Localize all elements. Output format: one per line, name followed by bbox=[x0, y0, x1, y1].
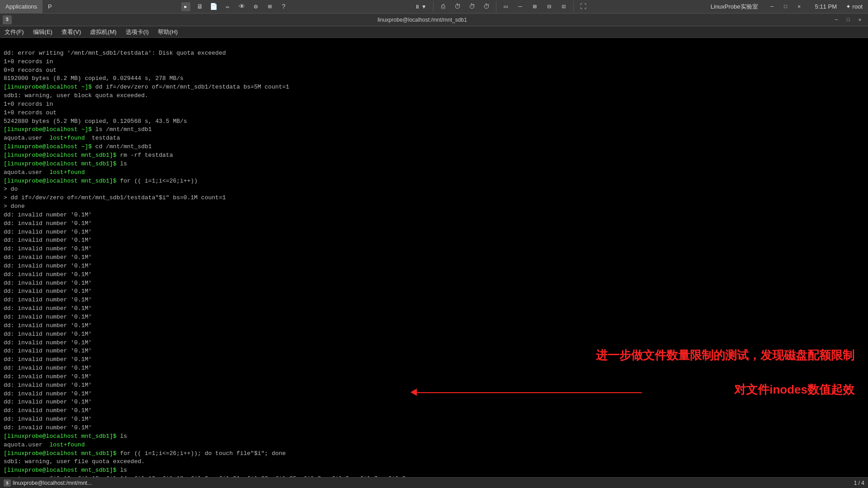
toolbar-center: ⏸ ▼ ⎙ ⏱ ⏱ ⏱ ▭ ─ ⊞ ⊟ ⊡ ⛶ bbox=[411, 0, 590, 14]
menu-vm[interactable]: 虚拟机(M) bbox=[85, 26, 121, 38]
screen-icon-2[interactable]: ─ bbox=[514, 0, 527, 13]
page-indicator: 1 / 4 bbox=[854, 480, 864, 486]
file-icon[interactable]: 📄 bbox=[208, 0, 220, 13]
titlebar-restore[interactable]: □ bbox=[843, 14, 854, 25]
system-top-bar: Applications P ▶ 🖥 📄 ✏ 👁 ⚙ ⊞ ? ⏸ ▼ ⎙ ⏱ ⏱… bbox=[0, 0, 868, 14]
screen-icon-1[interactable]: ▭ bbox=[500, 0, 512, 13]
experiment-label: LinuxProbe实验室 bbox=[711, 3, 758, 11]
tab-icon[interactable]: ⊞ bbox=[264, 0, 276, 13]
menu-file[interactable]: 文件(F) bbox=[0, 26, 28, 38]
fullscreen-icon[interactable]: ⛶ bbox=[577, 0, 590, 13]
annotation-arrow-line bbox=[416, 392, 642, 393]
titlebar-right: ─ □ ✕ bbox=[831, 14, 865, 25]
restore-button[interactable]: □ bbox=[781, 2, 791, 12]
terminal-status-icon: $ bbox=[4, 479, 11, 487]
toolbar-icons: ▶ 🖥 📄 ✏ 👁 ⚙ ⊞ ? bbox=[181, 0, 290, 13]
terminal-app-icon: $ bbox=[3, 15, 12, 24]
screen-icon-5[interactable]: ⊡ bbox=[557, 0, 570, 13]
screen-icon-3[interactable]: ⊞ bbox=[528, 0, 541, 13]
terminal-path-label: linuxprobe@localhost:/mnt/mnt... bbox=[13, 480, 92, 486]
menu-bar: 文件(F) 编辑(E) 查看(V) 虚拟机(M) 选项卡(I) 帮助(H) bbox=[0, 26, 868, 38]
toolbar-separator-2 bbox=[496, 1, 496, 12]
toolbar-separator-3 bbox=[573, 1, 574, 12]
annotation-line2: 对文件inodes数值起效 bbox=[596, 381, 854, 399]
top-bar-left: Applications P bbox=[0, 0, 57, 14]
top-bar-right: LinuxProbe实验室 ─ □ ✕ 5:11 PM ✦ root bbox=[711, 2, 868, 12]
places-label: P bbox=[48, 3, 52, 10]
menu-help[interactable]: 帮助(H) bbox=[153, 26, 182, 38]
pause-button[interactable]: ⏸ ▼ bbox=[411, 0, 430, 14]
titlebar-minimize[interactable]: ─ bbox=[831, 14, 842, 25]
clock-icon-3[interactable]: ⏱ bbox=[480, 0, 493, 13]
app-icon: ▶ bbox=[181, 2, 190, 11]
status-left: $ linuxprobe@localhost:/mnt/mnt... bbox=[4, 479, 92, 487]
annotation-line1: 进一步做文件数量限制的测试，发现磁盘配额限制 bbox=[596, 347, 854, 364]
titlebar-left: $ bbox=[3, 15, 14, 24]
clock-icon-1[interactable]: ⏱ bbox=[451, 0, 464, 13]
close-button[interactable]: ✕ bbox=[794, 2, 804, 12]
titlebar-title: linuxprobe@localhost:/mnt/mnt_sdb1 bbox=[377, 17, 467, 23]
applications-menu[interactable]: Applications bbox=[0, 0, 42, 14]
view-icon[interactable]: 👁 bbox=[236, 0, 248, 13]
pause-icon: ⏸ bbox=[415, 4, 420, 10]
edit-icon[interactable]: ✏ bbox=[222, 0, 234, 13]
print-icon[interactable]: ⎙ bbox=[437, 0, 449, 13]
menu-tab[interactable]: 选项卡(I) bbox=[121, 26, 153, 38]
help-icon[interactable]: ? bbox=[278, 0, 290, 13]
clock: 5:11 PM bbox=[815, 3, 837, 10]
titlebar-close[interactable]: ✕ bbox=[854, 14, 865, 25]
terminal-titlebar: $ linuxprobe@localhost:/mnt/mnt_sdb1 ─ □… bbox=[0, 14, 868, 26]
minimize-button[interactable]: ─ bbox=[767, 2, 777, 12]
terminal-content[interactable]: dd: error writing '/mnt/mnt_sdb1/testdat… bbox=[0, 38, 868, 488]
applications-label: Applications bbox=[5, 3, 37, 10]
menu-view[interactable]: 查看(V) bbox=[57, 26, 85, 38]
places-menu[interactable]: P bbox=[42, 0, 57, 14]
annotation-overlay: 进一步做文件数量限制的测试，发现磁盘配额限制 对文件inodes数值起效 bbox=[596, 329, 854, 416]
vm-menu-icon[interactable]: ⚙ bbox=[250, 0, 262, 13]
user-label: ✦ root bbox=[846, 3, 863, 10]
menu-edit[interactable]: 编辑(E) bbox=[28, 26, 57, 38]
vm-icon[interactable]: 🖥 bbox=[193, 0, 206, 13]
pause-dropdown: ▼ bbox=[421, 4, 427, 10]
screen-icon-4[interactable]: ⊟ bbox=[543, 0, 556, 13]
clock-icon-2[interactable]: ⏱ bbox=[466, 0, 478, 13]
toolbar-separator bbox=[433, 1, 434, 12]
terminal-window: $ linuxprobe@localhost:/mnt/mnt_sdb1 ─ □… bbox=[0, 14, 868, 488]
annotation-arrow-head bbox=[410, 389, 417, 396]
status-bar: $ linuxprobe@localhost:/mnt/mnt... 1 / 4 bbox=[0, 477, 868, 488]
term-line-1: dd: error writing '/mnt/mnt_sdb1/testdat… bbox=[4, 50, 423, 488]
